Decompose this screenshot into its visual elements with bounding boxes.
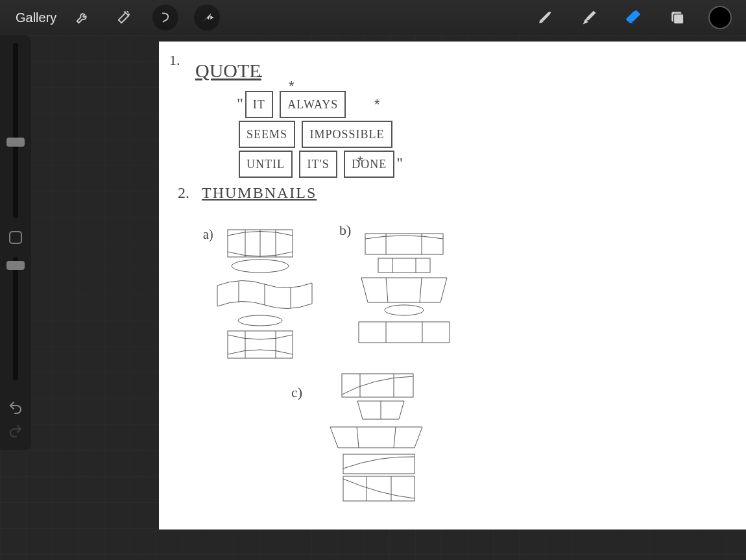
thumbnail-sketch-c	[321, 371, 431, 507]
svg-rect-1	[674, 14, 684, 24]
eraser-icon[interactable]	[620, 5, 646, 30]
svg-line-21	[420, 278, 422, 302]
gallery-button[interactable]: Gallery	[12, 8, 60, 28]
brush-icon[interactable]	[532, 5, 558, 30]
color-swatch[interactable]	[708, 6, 732, 29]
svg-rect-14	[365, 234, 443, 254]
svg-point-6	[232, 260, 289, 273]
quote-word: ALWAYS	[280, 91, 346, 118]
selection-icon[interactable]	[152, 5, 178, 30]
quote-word: SEEMS	[239, 121, 295, 148]
top-toolbar: Gallery	[0, 0, 746, 35]
smudge-icon[interactable]	[576, 5, 602, 30]
svg-rect-11	[228, 331, 293, 358]
svg-rect-33	[343, 476, 415, 501]
wand-icon[interactable]	[111, 5, 137, 30]
layers-icon[interactable]	[664, 5, 690, 30]
close-quote: "	[396, 154, 403, 171]
quote-word: IMPOSSIBLE	[302, 121, 392, 148]
thumbnail-sketch-b	[354, 231, 457, 348]
svg-rect-32	[343, 454, 415, 474]
quote-block: "IT ALWAYS SEEMS IMPOSSIBLE UNTIL IT'S D…	[237, 90, 403, 179]
svg-point-10	[238, 315, 282, 326]
wrench-icon[interactable]	[69, 5, 95, 30]
svg-line-30	[357, 427, 359, 448]
svg-rect-17	[378, 258, 430, 273]
thumbnail-label-a: a)	[203, 227, 213, 242]
svg-line-20	[386, 278, 388, 302]
quote-word: DONE	[344, 151, 394, 178]
thumbnail-sketch-a	[216, 226, 313, 362]
section-2-number: 2.	[178, 184, 189, 202]
section-2-heading: THUMBNAILS	[202, 184, 317, 202]
svg-line-31	[394, 427, 396, 448]
quote-word: IT'S	[299, 151, 337, 178]
modify-button[interactable]	[9, 231, 22, 244]
opacity-handle[interactable]	[6, 261, 25, 270]
open-quote: "	[237, 95, 243, 112]
right-tool-cluster	[532, 5, 732, 30]
thumbnail-label-c: c)	[291, 384, 302, 401]
left-tool-cluster	[69, 5, 220, 30]
brush-size-slider[interactable]	[13, 43, 18, 218]
section-1-number: 1.	[169, 52, 180, 69]
quote-word: UNTIL	[239, 151, 293, 178]
opacity-slider[interactable]	[13, 257, 18, 380]
brush-size-handle[interactable]	[6, 138, 25, 147]
redo-icon[interactable]	[4, 419, 27, 443]
section-1-dash: -	[256, 64, 263, 86]
left-sidebar	[0, 35, 31, 450]
thumbnail-label-b: b)	[339, 222, 351, 239]
svg-rect-23	[359, 322, 450, 343]
drawing-canvas[interactable]: 1. QUOTE - * * * "IT ALWAYS SEEMS IMPOSS…	[159, 42, 746, 530]
transform-arrow-icon[interactable]	[194, 5, 220, 30]
svg-point-22	[385, 305, 424, 315]
section-1-heading: QUOTE	[195, 60, 261, 82]
undo-icon[interactable]	[4, 396, 27, 419]
quote-word: IT	[245, 91, 273, 118]
